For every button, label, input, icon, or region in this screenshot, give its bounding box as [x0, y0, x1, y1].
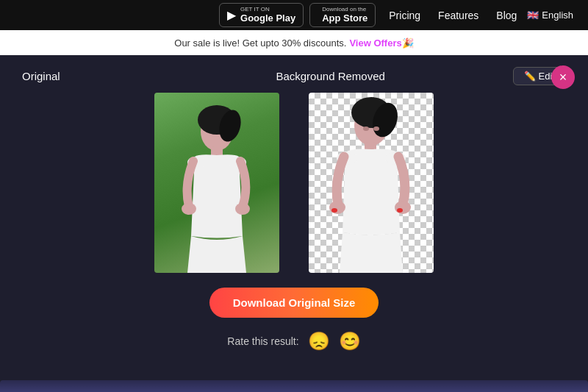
svg-point-16	[329, 201, 345, 214]
person-silhouette-removed	[323, 96, 419, 273]
original-label: Original	[22, 70, 60, 82]
view-offers-link[interactable]: View Offers	[349, 38, 401, 49]
close-icon: ×	[559, 70, 567, 85]
banner-text: Our sale is live! Get upto 30% discounts…	[174, 38, 346, 49]
download-button[interactable]: Download Original Size	[209, 288, 379, 318]
app-store-text: Download on the App Store	[322, 7, 368, 24]
flag-icon: 🇬🇧	[527, 10, 539, 21]
svg-point-19	[397, 208, 403, 213]
features-link[interactable]: Features	[431, 10, 486, 21]
labels-row: Original Background Removed ✏️ Edit	[15, 67, 573, 85]
original-image-container	[154, 93, 279, 273]
svg-point-6	[182, 203, 196, 215]
nav-links: Pricing Features Blog 🇬🇧 English	[381, 10, 573, 21]
blog-link[interactable]: Blog	[489, 10, 524, 21]
close-button[interactable]: ×	[551, 65, 575, 89]
svg-point-11	[363, 126, 369, 131]
svg-point-12	[373, 126, 379, 131]
rating-section: Rate this result: 😞 😊	[15, 331, 573, 352]
pencil-icon: ✏️	[524, 71, 536, 82]
banner-emoji: 🎉	[402, 38, 414, 49]
rate-label: Rate this result:	[227, 335, 298, 347]
download-section: Download Original Size	[15, 288, 573, 318]
language-label: English	[542, 10, 573, 21]
bottom-bar	[0, 380, 588, 392]
top-navigation: ▶ GET IT ON Google Play Download on the …	[0, 0, 588, 30]
svg-point-18	[331, 208, 337, 213]
svg-point-17	[395, 201, 411, 214]
sale-banner: Our sale is live! Get upto 30% discounts…	[0, 30, 588, 55]
language-selector[interactable]: 🇬🇧 English	[527, 10, 573, 21]
sad-rating-button[interactable]: 😞	[308, 331, 330, 352]
bg-removed-label: Background Removed	[148, 70, 513, 82]
person-silhouette-original	[173, 104, 261, 273]
main-content: × Original Background Removed ✏️ Edit	[0, 55, 588, 392]
google-play-icon: ▶	[227, 8, 236, 22]
images-row	[15, 93, 573, 273]
happy-rating-button[interactable]: 😊	[339, 331, 361, 352]
google-play-button[interactable]: ▶ GET IT ON Google Play	[219, 3, 304, 28]
app-store-button[interactable]: Download on the App Store	[309, 3, 376, 28]
original-photo	[154, 93, 279, 273]
google-play-text: GET IT ON Google Play	[240, 7, 295, 24]
pricing-link[interactable]: Pricing	[381, 10, 428, 21]
bg-removed-image-container	[309, 93, 434, 273]
svg-point-7	[235, 203, 250, 215]
